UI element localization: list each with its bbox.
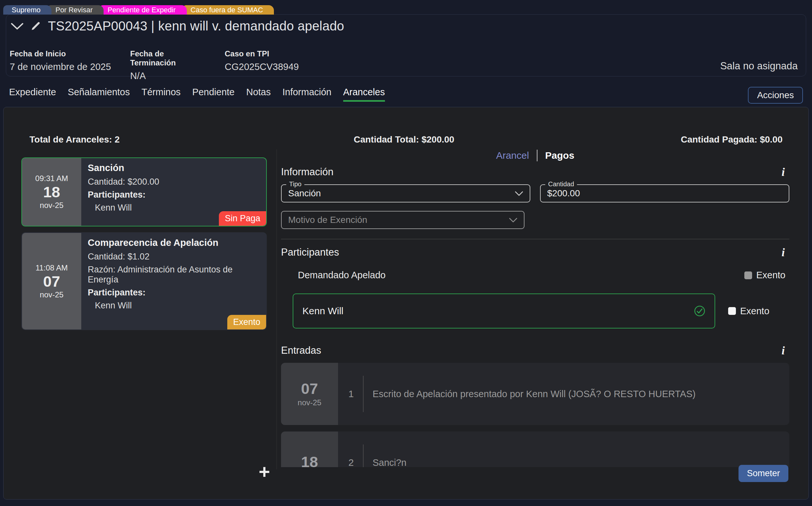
tab-aranceles[interactable]: Aranceles xyxy=(343,87,385,102)
entry-date: 07 nov-25 xyxy=(281,363,338,425)
status-tab-supremo[interactable]: Supremo xyxy=(3,5,52,15)
field-fecha-inicio: Fecha de Inicio 7 de noviembre de 2025 xyxy=(10,49,117,81)
total-aranceles-label: Total de Aranceles: 2 xyxy=(29,135,120,145)
entry-separator xyxy=(363,444,364,467)
info-icon[interactable]: i xyxy=(782,246,789,259)
chevron-down-icon xyxy=(515,191,523,196)
status-tab-caso-fuera-sumac[interactable]: Caso fuera de SUMAC xyxy=(182,5,274,15)
entries-list[interactable]: 07 nov-25 1 Escrito de Apelación present… xyxy=(281,363,789,467)
entry-number: 2 xyxy=(348,457,354,467)
status-badge-sin-paga: Sin Paga xyxy=(219,211,266,226)
info-icon[interactable]: i xyxy=(782,344,789,357)
check-circle-icon xyxy=(694,305,705,317)
exento-checkbox-role[interactable] xyxy=(744,271,752,279)
field-caso-tpi: Caso en TPI CG2025CV38949 xyxy=(225,49,299,81)
info-icon[interactable]: i xyxy=(782,165,789,179)
participant-name-row: Kenn Will Exento xyxy=(281,293,789,329)
edit-pencil-icon[interactable] xyxy=(30,21,41,32)
status-tab-bar: Supremo Por Revisar Pendiente de Expedir… xyxy=(3,5,269,15)
exento-checkbox-participant[interactable] xyxy=(728,307,736,315)
entry-description: Escrito de Apelación presentado por Kenn… xyxy=(373,389,696,400)
section-divider xyxy=(281,239,789,239)
arancel-detail: Arancel Pagos Información i Tipo Sanción… xyxy=(281,149,789,467)
fee-card-body: Comparecencia de Apelación Cantidad: $1.… xyxy=(81,233,266,329)
cantidad-input[interactable]: Cantidad $200.00 xyxy=(540,184,789,202)
participant-name-box[interactable]: Kenn Will xyxy=(293,293,715,329)
entry-row[interactable]: 18 2 Sanci?n xyxy=(281,431,789,467)
detail-tab-arancel[interactable]: Arancel xyxy=(496,150,529,161)
tab-terminos[interactable]: Términos xyxy=(141,87,181,100)
participant-role-row: Demandado Apelado Exento xyxy=(281,270,789,280)
fee-card-date: 11:08 AM 07 nov-25 xyxy=(22,233,81,329)
fee-card-date: 09:31 AM 18 nov-25 xyxy=(22,158,81,226)
case-meta-fields: Fecha de Inicio 7 de noviembre de 2025 F… xyxy=(10,49,312,81)
participantes-section-header: Participantes i xyxy=(281,245,789,259)
case-detail-page: Supremo Por Revisar Pendiente de Expedir… xyxy=(0,0,812,506)
collapse-chevron-icon[interactable] xyxy=(10,22,24,30)
aranceles-panel: Total de Aranceles: 2 Cantidad Total: $2… xyxy=(3,107,809,500)
status-badge-exento: Exento xyxy=(227,315,266,329)
detail-tab-bar: Arancel Pagos xyxy=(281,149,789,162)
fee-card-comparecencia[interactable]: 11:08 AM 07 nov-25 Comparecencia de Apel… xyxy=(21,232,267,330)
informacion-section-header: Información i xyxy=(281,165,789,179)
detail-tab-separator xyxy=(537,150,537,161)
section-tab-bar: Expediente Señalamientos Términos Pendie… xyxy=(9,87,803,104)
entry-separator xyxy=(363,376,364,412)
entradas-section-header: Entradas i xyxy=(281,343,789,358)
tab-senalamientos[interactable]: Señalamientos xyxy=(68,87,130,100)
fee-card-body: Sanción Cantidad: $200.00 Participantes:… xyxy=(81,158,266,226)
motivo-exencion-select[interactable]: Motivo de Exención xyxy=(281,211,524,229)
fee-card-sancion[interactable]: 09:31 AM 18 nov-25 Sanción Cantidad: $20… xyxy=(21,157,267,227)
tab-informacion[interactable]: Información xyxy=(282,87,331,100)
tab-expediente[interactable]: Expediente xyxy=(9,87,56,100)
acciones-button[interactable]: Acciones xyxy=(748,87,803,104)
tab-pendiente[interactable]: Pendiente xyxy=(192,87,235,100)
status-tab-por-revisar[interactable]: Por Revisar xyxy=(47,5,104,15)
tab-notas[interactable]: Notas xyxy=(246,87,271,100)
someter-button[interactable]: Someter xyxy=(738,465,788,482)
entry-description: Sanci?n xyxy=(373,457,407,468)
detail-tab-pagos[interactable]: Pagos xyxy=(545,150,574,161)
entry-date: 18 xyxy=(281,431,338,467)
field-fecha-terminacion: Fecha de Terminación N/A xyxy=(130,49,211,81)
entry-number: 1 xyxy=(348,389,354,400)
tipo-select[interactable]: Tipo Sanción xyxy=(281,184,530,202)
panel-divider xyxy=(277,149,277,470)
case-title: TS2025AP00043 | kenn will v. demandado a… xyxy=(48,19,344,33)
add-arancel-button[interactable]: + xyxy=(259,462,270,482)
cantidad-pagada-label: Cantidad Pagada: $0.00 xyxy=(681,135,783,145)
participant-role-label: Demandado Apelado xyxy=(298,270,386,280)
cantidad-total-label: Cantidad Total: $200.00 xyxy=(353,135,454,145)
status-tab-pendiente-expedir[interactable]: Pendiente de Expedir xyxy=(99,5,187,15)
chevron-down-icon xyxy=(509,218,517,223)
sala-label: Sala no asignada xyxy=(720,60,798,72)
entry-row[interactable]: 07 nov-25 1 Escrito de Apelación present… xyxy=(281,363,789,425)
